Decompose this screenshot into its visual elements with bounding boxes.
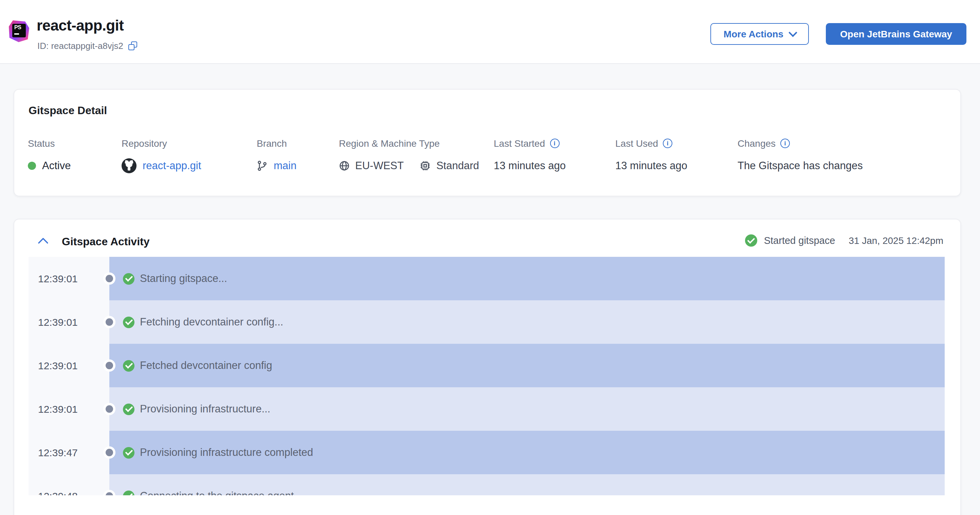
status-value: Active [42,159,71,172]
status-label: Status [28,138,71,149]
top-header: PS react-app.git ID: reactappgit-a8vjs2 … [0,0,980,64]
collapse-chevron-up-icon[interactable] [39,238,48,246]
gitspace-id-row: ID: reactappgit-a8vjs2 [37,41,137,51]
open-gateway-label: Open JetBrains Gateway [840,29,952,40]
activity-row-message: Fetched devcontainer config [140,359,272,372]
gitspace-detail-card: Gitspace Detail Status Active Repository… [14,89,961,196]
changes-value: The Gitspace has changes [738,159,863,172]
page: PS react-app.git ID: reactappgit-a8vjs2 … [0,0,980,515]
field-changes: Changes i The Gitspace has changes [738,138,863,174]
phpstorm-logo-icon: PS [9,21,29,42]
region-machine-label: Region & Machine Type [339,138,479,149]
branch-label: Branch [257,138,296,149]
copy-icon[interactable] [129,41,137,50]
field-branch: Branch main [257,138,296,174]
page-title: react-app.git [37,17,124,35]
activity-row-message: Connecting to the gitspace agent... [140,490,302,495]
status-dot-icon [28,162,36,170]
timeline-dot [106,449,113,456]
branch-link[interactable]: main [274,159,296,172]
activity-row-time: 12:39:01 [38,360,78,371]
check-circle-icon [123,403,134,415]
last-used-label: Last Used [615,138,658,149]
activity-row-message: Provisioning infrastructure... [140,403,270,415]
repository-link[interactable]: react-app.git [143,159,201,172]
field-status: Status Active [28,138,71,174]
activity-row: 12:39:48 Connecting to the gitspace agen… [29,474,945,495]
info-icon[interactable]: i [780,139,790,148]
field-last-used: Last Used i 13 minutes ago [615,138,687,174]
chevron-down-icon [788,28,797,36]
globe-icon [339,160,350,171]
activity-card-title: Gitspace Activity [62,236,150,248]
activity-row-time: 12:39:47 [38,447,78,458]
timeline-dot [106,275,113,282]
check-circle-icon [123,447,134,458]
timeline-dot [106,362,113,369]
timeline-dot [106,405,113,413]
check-circle-icon [745,234,757,247]
phpstorm-underscore [14,33,19,35]
activity-status: Started gitspace 31 Jan, 2025 12:42pm [745,234,943,247]
activity-row-message: Provisioning infrastructure completed [140,446,313,459]
activity-row-time: 12:39:01 [38,273,78,284]
gitspace-id: ID: reactappgit-a8vjs2 [37,41,123,51]
field-last-started: Last Started i 13 minutes ago [494,138,566,174]
more-actions-button[interactable]: More Actions [710,23,809,45]
git-branch-icon [257,160,267,171]
activity-row: 12:39:01 Fetching devcontainer config... [29,300,945,344]
timeline-dot [106,318,113,326]
activity-row-message: Fetching devcontainer config... [140,316,283,328]
activity-row: 12:39:01 Fetched devcontainer config [29,344,945,387]
activity-row: 12:39:01 Starting gitspace... [29,257,945,300]
activity-timestamp: 31 Jan, 2025 12:42pm [849,235,943,246]
info-icon[interactable]: i [663,139,672,148]
gitspace-activity-card: Gitspace Activity Started gitspace 31 Ja… [14,219,961,515]
open-jetbrains-gateway-button[interactable]: Open JetBrains Gateway [826,23,966,45]
field-repository: Repository react-app.git [122,138,201,174]
check-circle-icon [123,360,134,371]
field-region-machine: Region & Machine Type EU-WEST Standard [339,138,479,174]
region-value: EU-WEST [355,159,404,172]
changes-label: Changes [738,138,776,149]
check-circle-icon [123,490,134,495]
info-icon[interactable]: i [550,139,559,148]
more-actions-label: More Actions [724,29,783,40]
check-circle-icon [123,316,134,328]
github-icon [122,158,137,173]
last-used-value: 13 minutes ago [615,159,687,172]
activity-row: 12:39:01 Provisioning infrastructure... [29,387,945,431]
phpstorm-logo-text: PS [14,25,21,30]
activity-row: 12:39:47 Provisioning infrastructure com… [29,431,945,474]
repository-label: Repository [122,138,201,149]
last-started-label: Last Started [494,138,545,149]
activity-row-time: 12:39:48 [38,490,78,495]
activity-status-label: Started gitspace [764,235,835,246]
detail-card-title: Gitspace Detail [29,105,107,117]
activity-log: 12:39:01 Starting gitspace... 12:39:01 F… [29,257,945,495]
machine-type-value: Standard [436,159,479,172]
activity-row-time: 12:39:01 [38,316,78,328]
activity-row-message: Starting gitspace... [140,273,227,285]
last-started-value: 13 minutes ago [494,159,566,172]
check-circle-icon [123,273,134,284]
activity-row-time: 12:39:01 [38,403,78,415]
cpu-icon [420,160,431,171]
